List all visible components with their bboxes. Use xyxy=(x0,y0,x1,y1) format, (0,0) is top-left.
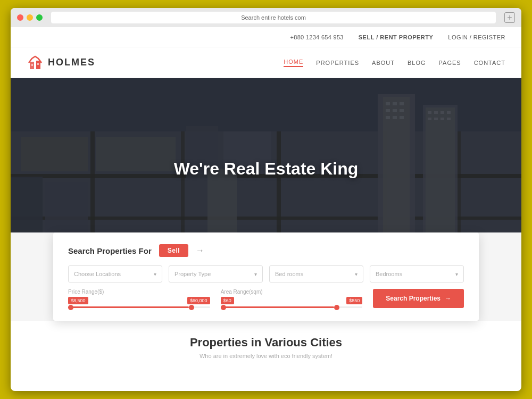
type-dropdown[interactable]: Property Type ▾ xyxy=(169,265,263,282)
search-properties-button[interactable]: Search Properties → xyxy=(373,289,464,308)
browser-window: Search entire hotels com + +880 1234 654… xyxy=(11,8,521,391)
price-range-label: Price Range($) xyxy=(68,289,210,295)
hero-title: We're Real Estate King xyxy=(174,159,359,179)
search-btn-arrow: → xyxy=(445,295,451,302)
new-tab-button[interactable]: + xyxy=(504,12,515,23)
price-min-val: $8,500 xyxy=(68,297,88,304)
area-min-val: $60 xyxy=(221,297,234,304)
price-max-val: $60,000 xyxy=(187,297,210,304)
properties-section: Properties in Various Cities Who are in … xyxy=(11,321,521,359)
bedrooms2-placeholder: Bedrooms xyxy=(376,271,402,277)
price-range-values: $8,500 $60,000 xyxy=(68,297,210,304)
location-placeholder: Choose Locations xyxy=(74,271,121,277)
search-header: Search Properties For Sell → xyxy=(68,244,464,257)
area-thumb-left[interactable] xyxy=(221,305,226,310)
nav-home[interactable]: HOME xyxy=(284,59,303,67)
search-panel: Search Properties For Sell → Choose Loca… xyxy=(53,232,479,321)
dropdown-arrow-2: ▾ xyxy=(254,271,257,277)
area-range-label: Area Range(sqm) xyxy=(221,289,363,295)
main-nav: HOLMES HOME PROPERTIES ABOUT BLOG PAGES … xyxy=(11,47,521,78)
price-thumb-right[interactable] xyxy=(189,305,194,310)
close-button[interactable] xyxy=(17,14,23,21)
search-label: Search Properties For xyxy=(68,246,152,255)
search-dropdowns: Choose Locations ▾ Property Type ▾ Bed r… xyxy=(68,265,464,282)
price-range-track[interactable] xyxy=(68,306,210,308)
sell-rent-link[interactable]: SELL / RENT PROPERTY xyxy=(359,34,434,40)
login-register-link[interactable]: LOGIN / REGISTER xyxy=(448,34,505,40)
properties-title: Properties in Various Cities xyxy=(11,336,521,350)
area-range-group: Area Range(sqm) $60 $850 xyxy=(221,289,363,308)
sell-button[interactable]: Sell xyxy=(159,244,188,257)
svg-rect-3 xyxy=(37,63,39,65)
nav-links: HOME PROPERTIES ABOUT BLOG PAGES CONTACT xyxy=(284,59,505,67)
arrow-icon: → xyxy=(196,246,204,255)
area-range-values: $60 $850 xyxy=(221,297,363,304)
address-text: Search entire hotels com xyxy=(241,14,306,21)
hero-section: We're Real Estate King xyxy=(11,78,521,259)
nav-about[interactable]: ABOUT xyxy=(372,60,395,66)
maximize-button[interactable] xyxy=(36,14,43,21)
area-thumb-right[interactable] xyxy=(334,305,339,310)
type-placeholder: Property Type xyxy=(174,271,211,277)
dropdown-arrow-1: ▾ xyxy=(154,271,156,277)
logo[interactable]: HOLMES xyxy=(27,55,95,70)
traffic-lights xyxy=(17,14,43,21)
phone-number: +880 1234 654 953 xyxy=(290,34,344,40)
price-thumb-left[interactable] xyxy=(68,305,73,310)
dropdown-arrow-4: ▾ xyxy=(455,271,458,277)
nav-properties[interactable]: PROPERTIES xyxy=(316,60,359,66)
bedrooms-dropdown[interactable]: Bed rooms ▾ xyxy=(269,265,363,282)
minimize-button[interactable] xyxy=(27,14,33,21)
area-max-val: $850 xyxy=(346,297,362,304)
bedrooms-placeholder: Bed rooms xyxy=(275,271,303,277)
bedrooms2-dropdown[interactable]: Bedrooms ▾ xyxy=(370,265,464,282)
price-range-group: Price Range($) $8,500 $60,000 xyxy=(68,289,210,308)
nav-contact[interactable]: CONTACT xyxy=(474,60,505,66)
browser-chrome: Search entire hotels com + xyxy=(11,8,521,27)
price-range-fill xyxy=(68,306,189,308)
area-range-fill xyxy=(221,306,334,308)
area-range-track[interactable] xyxy=(221,306,363,308)
nav-blog[interactable]: BLOG xyxy=(408,60,426,66)
nav-pages[interactable]: PAGES xyxy=(439,60,461,66)
logo-text: HOLMES xyxy=(48,57,95,68)
address-bar[interactable]: Search entire hotels com xyxy=(51,12,496,23)
location-dropdown[interactable]: Choose Locations ▾ xyxy=(68,265,162,282)
svg-rect-2 xyxy=(31,64,33,66)
dropdown-arrow-3: ▾ xyxy=(355,271,358,277)
logo-icon xyxy=(27,55,44,70)
range-section: Price Range($) $8,500 $60,000 Area Range… xyxy=(68,289,464,308)
utility-bar: +880 1234 654 953 SELL / RENT PROPERTY L… xyxy=(11,27,521,47)
search-btn-text: Search Properties xyxy=(386,295,440,302)
properties-subtitle: Who are in extremely love with eco frien… xyxy=(11,353,521,359)
